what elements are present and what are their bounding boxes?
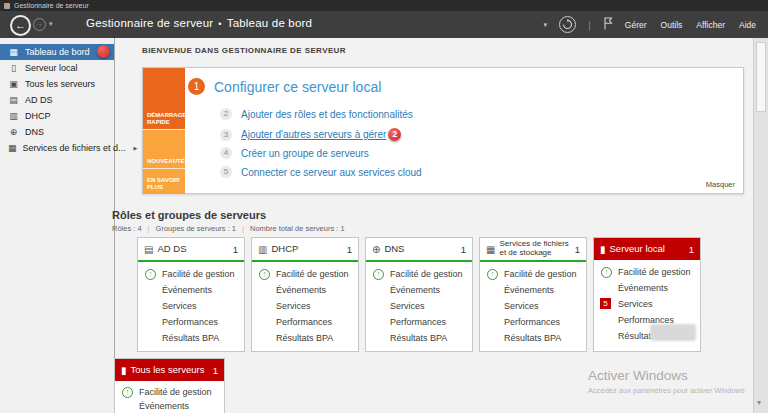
- tile-item-row[interactable]: Résultats BPA: [480, 330, 586, 346]
- sidebar-item-icon: ▥: [8, 111, 19, 121]
- role-tile-count: 1: [233, 244, 238, 255]
- role-tile[interactable]: ▥ DHCP 1 Facilité de gestion ↑ Événement…: [251, 237, 359, 352]
- menu-afficher[interactable]: Afficher: [696, 20, 725, 30]
- breadcrumb-current[interactable]: Tableau de bord: [227, 17, 312, 29]
- history-caret-icon[interactable]: ▾: [49, 20, 53, 28]
- tile-item-row[interactable]: Événements: [480, 282, 586, 298]
- quickstart-segment[interactable]: EN SAVOIR PLUS: [143, 168, 185, 194]
- tile-item-row[interactable]: Résultats BPA: [138, 330, 244, 346]
- role-tile-icon: ▮: [600, 244, 606, 255]
- dropdown-caret-icon[interactable]: ▾: [543, 21, 547, 29]
- menu-aide[interactable]: Aide: [739, 20, 756, 30]
- tile-item-label: Performances: [504, 317, 560, 327]
- role-tile[interactable]: ▦ Services de fichiers et de stockage 1 …: [479, 237, 587, 352]
- tile-item-row[interactable]: Services 5: [594, 296, 700, 312]
- sidebar-list: ▦ Tableau de bord ▯ Serveur local ▣ Tous…: [0, 38, 114, 156]
- role-tile-header: ⊕ DNS 1: [366, 238, 472, 260]
- step-link-label[interactable]: Connecter ce serveur aux services cloud: [241, 167, 422, 178]
- tile-item-row[interactable]: Facilité de gestion ↑: [366, 266, 472, 282]
- role-tile[interactable]: ▮ Tous les serveurs 1 Facilité de gestio…: [114, 358, 225, 413]
- notification-flag-icon[interactable]: [603, 16, 613, 34]
- tile-item-row[interactable]: Facilité de gestion ↑: [138, 266, 244, 282]
- role-tile-items: Facilité de gestion ↑ Événements Service…: [366, 262, 472, 346]
- breadcrumb: Gestionnaire de serveur•Tableau de bord: [86, 17, 312, 29]
- step-link-label[interactable]: Ajouter des rôles et des fonctionnalités: [241, 109, 413, 120]
- quickstart-step[interactable]: 3 Ajouter d'autres serveurs à gérer 2: [220, 128, 401, 141]
- navigation-bar: ← → ▾ Gestionnaire de serveur•Tableau de…: [0, 11, 768, 38]
- tile-item-row[interactable]: Performances: [138, 314, 244, 330]
- menu-gérer[interactable]: Gérer: [625, 20, 647, 30]
- role-tile[interactable]: ▤ AD DS 1 Facilité de gestion ↑ Événemen…: [137, 237, 245, 352]
- tile-item-row[interactable]: Performances: [366, 314, 472, 330]
- step-link-label[interactable]: Ajouter d'autres serveurs à gérer: [241, 129, 386, 140]
- tile-item-row[interactable]: Performances: [480, 314, 586, 330]
- role-tile-name: Services de fichiers et de stockage: [499, 240, 570, 257]
- step-link-label[interactable]: Configurer ce serveur local: [214, 79, 381, 95]
- tile-item-row[interactable]: Services: [138, 298, 244, 314]
- tile-item-row[interactable]: Résultats BPA: [366, 330, 472, 346]
- role-tile-count: 1: [461, 244, 466, 255]
- tile-item-row[interactable]: Événements: [366, 282, 472, 298]
- sidebar-item[interactable]: ▤ AD DS: [0, 92, 114, 108]
- chevron-right-icon: ▶: [134, 145, 138, 151]
- tile-item-row[interactable]: Services: [252, 298, 358, 314]
- quickstart-step[interactable]: 2 Ajouter des rôles et des fonctionnalit…: [220, 108, 413, 120]
- scrollbar-thumb[interactable]: [756, 42, 766, 112]
- sidebar-item[interactable]: ▥ DHCP: [0, 108, 114, 124]
- roles-section-title: Rôles et groupes de serveurs: [112, 209, 266, 221]
- tile-item-row[interactable]: Facilité de gestion ↑: [594, 264, 700, 280]
- scrollbar-track[interactable]: ▾: [753, 38, 768, 413]
- tile-item-row[interactable]: Événements: [594, 280, 700, 296]
- summary-item: Rôles : 4: [112, 224, 142, 233]
- scrollbar-down-arrow-icon[interactable]: ▾: [757, 398, 761, 407]
- quickstart-step[interactable]: 5 Connecter ce serveur aux services clou…: [220, 166, 422, 178]
- tile-item-row[interactable]: Facilité de gestion ↑: [480, 266, 586, 282]
- tile-item-label: Facilité de gestion: [139, 387, 212, 397]
- sidebar-item[interactable]: ⊕ DNS: [0, 124, 114, 140]
- summary-item: Nombre total de serveurs : 1: [250, 224, 345, 233]
- role-tile[interactable]: ▮ Serveur local 1 Facilité de gestion ↑ …: [593, 237, 701, 352]
- quickstart-segment[interactable]: DÉMARRAGE RAPIDE: [143, 68, 185, 129]
- tile-item-row[interactable]: Services: [480, 298, 586, 314]
- refresh-icon[interactable]: [559, 16, 576, 33]
- tile-item-row[interactable]: Événements: [138, 282, 244, 298]
- role-tile-header: ▮ Tous les serveurs 1: [115, 359, 224, 381]
- sidebar-item-label: Tous les serveurs: [25, 79, 95, 89]
- window-title: Gestionnaire de serveur: [14, 0, 89, 11]
- tile-item-row[interactable]: Facilité de gestion ↑: [115, 385, 224, 399]
- status-up-icon: ↑: [601, 267, 612, 278]
- role-tile[interactable]: ⊕ DNS 1 Facilité de gestion ↑ Événements…: [365, 237, 473, 352]
- sidebar-item[interactable]: ▦ Services de fichiers et d... ▶: [0, 140, 114, 156]
- quickstart-step[interactable]: 1 Configurer ce serveur local: [188, 78, 381, 95]
- blurred-region: [650, 324, 696, 341]
- role-tile-items: Facilité de gestion ↑ Événements Service…: [252, 262, 358, 346]
- role-tile-name: DHCP: [271, 244, 298, 254]
- tile-item-row[interactable]: Services: [366, 298, 472, 314]
- welcome-card: DÉMARRAGE RAPIDENOUVEAUTÉSEN SAVOIR PLUS…: [142, 67, 744, 194]
- tile-item-row[interactable]: Événements: [115, 399, 224, 413]
- role-tile-header: ▮ Serveur local 1: [594, 238, 700, 260]
- quickstart-segment[interactable]: NOUVEAUTÉS: [143, 129, 185, 168]
- role-tile-icon: ▦: [486, 244, 495, 255]
- tile-item-row[interactable]: Performances: [252, 314, 358, 330]
- back-icon[interactable]: ←: [10, 15, 31, 36]
- breadcrumb-root[interactable]: Gestionnaire de serveur: [86, 17, 213, 29]
- step-link-label[interactable]: Créer un groupe de serveurs: [241, 148, 369, 159]
- menu-bar: GérerOutilsAfficherAide: [625, 20, 756, 30]
- quickstart-step[interactable]: 4 Créer un groupe de serveurs: [220, 147, 369, 159]
- status-up-icon: ↑: [145, 269, 156, 280]
- role-tile-name: DNS: [384, 244, 404, 254]
- sidebar-item[interactable]: ▣ Tous les serveurs: [0, 76, 114, 92]
- tile-item-label: Services: [390, 301, 425, 311]
- tile-item-row[interactable]: Résultats BPA: [252, 330, 358, 346]
- menu-outils[interactable]: Outils: [661, 20, 683, 30]
- forward-icon[interactable]: →: [33, 18, 46, 31]
- tile-item-row[interactable]: Événements: [252, 282, 358, 298]
- sidebar-item-icon: ▦: [8, 47, 19, 57]
- tile-item-row[interactable]: Facilité de gestion ↑: [252, 266, 358, 282]
- sidebar-item[interactable]: ▯ Serveur local: [0, 60, 114, 76]
- role-tile-icon: ▥: [258, 244, 267, 255]
- role-tile-count: 1: [689, 244, 694, 255]
- step-number-badge: 2: [220, 108, 232, 120]
- hide-link[interactable]: Masquer: [706, 180, 735, 189]
